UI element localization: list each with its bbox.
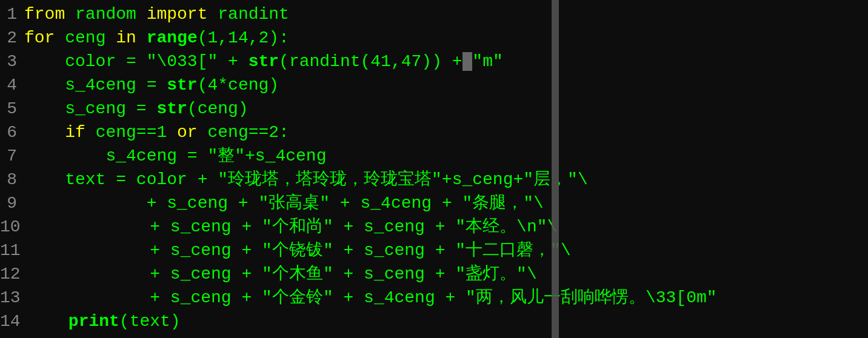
line-content-9: + s_ceng + "张高桌" + s_4ceng + "条腿，"\: [24, 191, 868, 215]
line-number-7: 7: [0, 144, 24, 168]
line-content-11: + s_ceng + "个铙钹" + s_ceng + "十二口磬，"\: [28, 239, 868, 262]
token-cursor: [462, 52, 473, 71]
token: import: [147, 5, 208, 24]
token: s_4ceng =: [24, 76, 167, 94]
token: + s_ceng + "个木鱼" + s_ceng + "盏灯。"\: [28, 265, 537, 283]
line-content-14: print(text): [28, 310, 868, 333]
line-number-4: 4: [0, 73, 24, 97]
code-line-14: 14 print(text): [0, 310, 868, 333]
token: str: [249, 52, 279, 71]
line-number-14: 14: [0, 310, 28, 333]
token: s_4ceng = "整"+s_4ceng: [24, 147, 326, 165]
code-line-7: 7 s_4ceng = "整"+s_4ceng: [0, 144, 868, 168]
token: if: [65, 123, 85, 142]
line-number-8: 8: [0, 168, 24, 191]
token: [24, 123, 65, 142]
code-line-13: 13 + s_ceng + "个金铃" + s_4ceng + "两，风儿一刮响…: [0, 286, 868, 310]
token: for: [24, 28, 55, 47]
token: + s_ceng + "个和尚" + s_ceng + "本经。\n"\: [28, 217, 558, 236]
code-line-10: 10 + s_ceng + "个和尚" + s_ceng + "本经。\n"\: [0, 215, 868, 239]
line-content-10: + s_ceng + "个和尚" + s_ceng + "本经。\n"\: [28, 215, 868, 239]
token: + s_ceng + "个金铃" + s_4ceng + "两，风儿一刮响哗愣。…: [28, 288, 717, 307]
code-line-1: 1 from random import randint: [0, 2, 868, 26]
line-content-13: + s_ceng + "个金铃" + s_4ceng + "两，风儿一刮响哗愣。…: [28, 286, 868, 310]
token: ceng==1: [85, 123, 177, 142]
line-content-2: for ceng in range(1,14,2):: [24, 26, 868, 50]
token: [136, 28, 147, 47]
code-line-11: 11 + s_ceng + "个铙钹" + s_ceng + "十二口磬，"\: [0, 239, 868, 262]
code-line-2: 2 for ceng in range(1,14,2):: [0, 26, 868, 50]
code-line-4: 4 s_4ceng = str(4*ceng): [0, 73, 868, 97]
line-content-6: if ceng==1 or ceng==2:: [24, 121, 868, 144]
token: "m": [472, 52, 502, 71]
vertical-scrollbar[interactable]: [552, 0, 559, 338]
line-content-4: s_4ceng = str(4*ceng): [24, 73, 868, 97]
line-number-13: 13: [0, 286, 28, 310]
line-number-10: 10: [0, 215, 28, 239]
code-line-8: 8 text = color + "玲珑塔，塔玲珑，玲珑宝塔"+s_ceng+"…: [0, 168, 868, 191]
token: str: [167, 76, 197, 94]
token: random: [65, 5, 146, 24]
token: color = "\033[" +: [24, 52, 249, 71]
line-content-8: text = color + "玲珑塔，塔玲珑，玲珑宝塔"+s_ceng+"层，…: [24, 168, 868, 191]
line-number-11: 11: [0, 239, 28, 262]
token: (1,14,2):: [198, 28, 289, 47]
code-line-3: 3 color = "\033[" + str(randint(41,47)) …: [0, 50, 868, 73]
line-content-5: s_ceng = str(ceng): [24, 97, 868, 121]
token: range: [147, 28, 198, 47]
token: in: [116, 28, 136, 47]
token: str: [156, 99, 187, 118]
token: or: [177, 123, 198, 142]
token: print: [68, 312, 119, 331]
line-content-1: from random import randint: [24, 2, 868, 26]
line-number-12: 12: [0, 262, 28, 286]
code-line-5: 5 s_ceng = str(ceng): [0, 97, 868, 121]
line-content-3: color = "\033[" + str(randint(41,47)) + …: [24, 50, 868, 73]
token: + s_ceng + "个铙钹" + s_ceng + "十二口磬，"\: [28, 241, 571, 260]
code-editor: 1 from random import randint 2 for ceng …: [0, 0, 868, 338]
token: [28, 312, 68, 331]
code-line-9: 9 + s_ceng + "张高桌" + s_4ceng + "条腿，"\: [0, 191, 868, 215]
line-content-12: + s_ceng + "个木鱼" + s_ceng + "盏灯。"\: [28, 262, 868, 286]
line-number-2: 2: [0, 26, 24, 50]
token: (4*ceng): [198, 76, 279, 94]
line-content-7: s_4ceng = "整"+s_4ceng: [24, 144, 868, 168]
token: ceng: [55, 28, 116, 47]
token: ceng==2:: [198, 123, 289, 142]
line-number-9: 9: [0, 191, 24, 215]
token: + s_ceng + "张高桌" + s_4ceng + "条腿，"\: [24, 194, 544, 213]
code-line-6: 6 if ceng==1 or ceng==2:: [0, 121, 868, 144]
line-number-5: 5: [0, 97, 24, 121]
line-number-1: 1: [0, 2, 24, 26]
token: from: [24, 5, 65, 24]
token: (ceng): [187, 99, 249, 118]
token: (randint(41,47)) +: [279, 52, 462, 71]
token: randint: [207, 5, 289, 24]
code-line-12: 12 + s_ceng + "个木鱼" + s_ceng + "盏灯。"\: [0, 262, 868, 286]
token: s_ceng =: [24, 99, 156, 118]
line-number-6: 6: [0, 121, 24, 144]
token: (text): [119, 312, 181, 331]
token: text = color + "玲珑塔，塔玲珑，玲珑宝塔"+s_ceng+"层，…: [24, 170, 588, 189]
line-number-3: 3: [0, 50, 24, 73]
